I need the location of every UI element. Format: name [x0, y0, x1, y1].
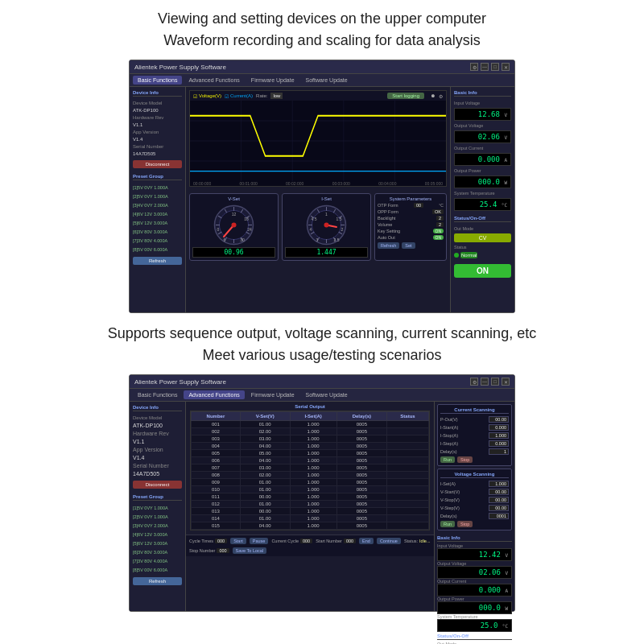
preset-item-2-7[interactable]: [7]3V 80V 4.000A: [133, 558, 182, 564]
table-row[interactable]: 00703.001.0000005: [192, 464, 429, 472]
device-info-title-2: Device Info: [133, 405, 182, 411]
opp-value[interactable]: OK: [432, 209, 444, 214]
disconnect-button-2[interactable]: Disconnect: [133, 481, 182, 489]
params-set-button[interactable]: Set: [402, 242, 415, 249]
preset-item-2-8[interactable]: [8]5V 00V 6.000A: [133, 567, 182, 573]
voltage-checkbox-label[interactable]: ☑ Voltage(V): [193, 93, 221, 99]
preset-item-2-1[interactable]: [1]5V 0VY 1.000A: [133, 505, 182, 511]
table-row[interactable]: 00505.001.0000005: [192, 450, 429, 457]
preset-item-3[interactable]: [3]4V 0VY 2.000A: [133, 202, 182, 208]
save-to-local-button[interactable]: Save To Local: [233, 547, 266, 554]
settings-icon-2[interactable]: ⚙: [470, 378, 478, 386]
refresh-button[interactable]: Refresh: [133, 257, 182, 265]
table-row[interactable]: 01201.001.0000005: [192, 501, 429, 508]
menu-software-update[interactable]: Software Update: [301, 76, 353, 85]
current-checkbox-label[interactable]: ☑ Current(A): [225, 93, 253, 99]
pause-button[interactable]: Pause: [250, 538, 269, 544]
table-row[interactable]: 01504.001.0000005: [192, 522, 429, 530]
svg-point-45: [324, 223, 329, 228]
table-row[interactable]: 01100.001.0000005: [192, 493, 429, 501]
p-out-v-input[interactable]: 00.00: [489, 416, 509, 423]
preset-item-2[interactable]: [2]5V 0VY 1.000A: [133, 193, 182, 200]
v-stop-input[interactable]: 00.00: [489, 497, 509, 503]
settings-waveform-icon[interactable]: ⚙: [439, 93, 443, 99]
vs-run-button[interactable]: Run: [440, 521, 455, 527]
sn-value: 14A7D505: [133, 151, 155, 156]
i-start-input[interactable]: 0.000: [489, 424, 509, 431]
v-set-dial[interactable]: 12 18 24 30 6 0: [212, 203, 256, 247]
settings-icon[interactable]: ⚙: [470, 63, 478, 71]
table-cell: 011: [192, 493, 241, 501]
cs-delay-input[interactable]: 1: [489, 448, 509, 455]
table-row[interactable]: 00202.001.0000005: [192, 428, 429, 436]
auto-out-toggle[interactable]: ON: [433, 235, 444, 240]
stop-number-value[interactable]: 000: [217, 548, 229, 553]
menu2-firmware-update[interactable]: Firmware Update: [246, 390, 299, 399]
left-panel-1: Device Info Device Model ATK-DP100 Hardw…: [130, 87, 186, 312]
preset-item-7[interactable]: [7]3V 80V 4.000A: [133, 237, 182, 244]
menu-firmware-update[interactable]: Firmware Update: [246, 76, 299, 85]
table-row[interactable]: 00101.001.0000005: [192, 421, 429, 428]
cs-stop-button[interactable]: Stop: [457, 456, 473, 463]
close-button[interactable]: ✕: [502, 63, 510, 71]
v-step-input[interactable]: 00.00: [489, 505, 509, 511]
disconnect-button[interactable]: Disconnect: [133, 160, 182, 168]
params-refresh-button[interactable]: Refresh: [378, 242, 399, 249]
menu2-advanced-functions[interactable]: Advanced Functions: [184, 390, 244, 399]
end-button[interactable]: End: [359, 538, 374, 544]
table-row[interactable]: 01401.001.0000005: [192, 515, 429, 522]
title-line2: Waveform recording and scaling for data …: [158, 30, 486, 52]
v-start-input[interactable]: 00.00: [489, 489, 509, 495]
i-stop-input[interactable]: 1.000: [489, 432, 509, 439]
preset-item-4[interactable]: [4]6V 12V 3.000A: [133, 211, 182, 217]
maximize-button-2[interactable]: □: [491, 378, 499, 386]
start-number-value[interactable]: 000: [344, 539, 356, 543]
preset-item-1[interactable]: [1]5V 0VY 1.000A: [133, 184, 182, 191]
cs-run-button[interactable]: Run: [440, 456, 455, 463]
table-row[interactable]: 01300.001.0000005: [192, 508, 429, 515]
table-row[interactable]: 01001.001.0000005: [192, 486, 429, 493]
vs-stop-button[interactable]: Stop: [457, 521, 473, 527]
sn-value-2: 14A7D505: [133, 471, 182, 477]
otp-value[interactable]: 00: [414, 203, 423, 208]
status-dot-1: [454, 253, 459, 258]
table-row[interactable]: 00303.001.0000005: [192, 436, 429, 443]
vs-i-set-input[interactable]: 1.000: [489, 481, 509, 487]
i-start-label: I-Start(A): [440, 425, 458, 430]
preset-item-2-4[interactable]: [4]6V 12V 3.000A: [133, 531, 182, 538]
preset-item-6[interactable]: [6]3V 80V 3.000A: [133, 229, 182, 235]
minimize-button[interactable]: —: [481, 63, 489, 71]
menu-advanced-functions[interactable]: Advanced Functions: [184, 76, 244, 85]
minimize-button-2[interactable]: —: [481, 378, 489, 386]
preset-item-5[interactable]: [5]6V 12V 3.000A: [133, 220, 182, 226]
refresh-button-2[interactable]: Refresh: [133, 577, 182, 585]
preset-item-2-2[interactable]: [2]5V 0VY 1.000A: [133, 514, 182, 520]
preset-item-2-3[interactable]: [3]4V 0VY 2.000A: [133, 522, 182, 529]
start-button-2[interactable]: Start: [230, 538, 246, 544]
table-cell: 0005: [336, 472, 386, 479]
cycle-times-value[interactable]: 000: [215, 539, 227, 543]
volume-value[interactable]: 2: [436, 222, 444, 227]
table-row[interactable]: 00604.001.0000005: [192, 457, 429, 464]
vs-delay-input[interactable]: 0001: [489, 513, 509, 519]
menu2-basic-functions[interactable]: Basic Functions: [133, 390, 182, 399]
menu-basic-functions[interactable]: Basic Functions: [133, 76, 182, 85]
start-logging-button[interactable]: Start logging: [387, 93, 424, 99]
backlight-value[interactable]: 2: [436, 216, 444, 221]
preset-item-8[interactable]: [8]5V 00V 6.000A: [133, 246, 182, 253]
table-row[interactable]: 00901.001.0000005: [192, 479, 429, 486]
i-step-input[interactable]: 0.000: [489, 440, 509, 447]
menu2-software-update[interactable]: Software Update: [301, 390, 353, 399]
preset-item-2-5[interactable]: [5]6V 12V 3.000A: [133, 540, 182, 547]
input-voltage-value-2: 12.42: [479, 551, 501, 559]
close-button-2[interactable]: ✕: [502, 378, 510, 386]
i-set-dial[interactable]: 1 1.5 2 2.5 3 4 4.5: [304, 203, 349, 247]
on-switch-1[interactable]: ON: [454, 264, 511, 278]
rate-value[interactable]: low: [270, 93, 283, 99]
table-row[interactable]: 00802.001.0000005: [192, 472, 429, 479]
preset-item-2-6[interactable]: [6]3V 80V 3.000A: [133, 549, 182, 555]
table-row[interactable]: 00404.001.0000005: [192, 443, 429, 450]
key-setting-toggle[interactable]: ON: [433, 229, 444, 233]
maximize-button[interactable]: □: [491, 63, 499, 71]
continue-button[interactable]: Continue: [377, 538, 401, 544]
